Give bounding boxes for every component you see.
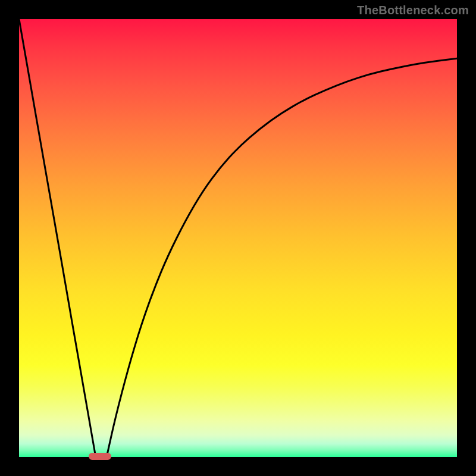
watermark-text: TheBottleneck.com [357,4,469,17]
chart-svg [19,19,457,457]
curve-right-branch [107,58,457,457]
chart-container: TheBottleneck.com [0,0,476,476]
curve-left-branch [19,19,96,457]
min-point-marker [89,453,111,460]
plot-area [19,19,457,457]
